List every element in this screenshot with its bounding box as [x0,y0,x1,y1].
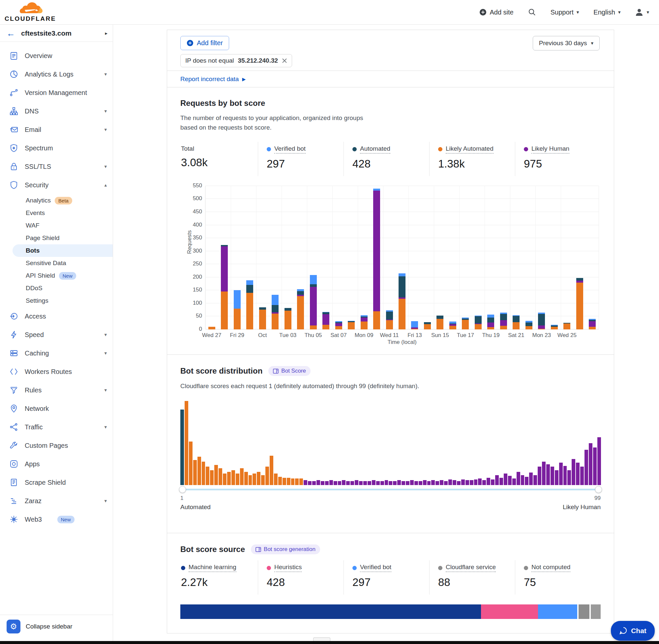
histogram-bar-score-66 [457,481,461,485]
sidebar-item-overview[interactable]: Overview [0,46,113,65]
user-icon [635,8,643,17]
close-icon[interactable] [282,58,287,63]
login-circle-icon [9,312,18,321]
bar-segment-likely-automated [500,326,507,329]
slider-handle-min[interactable] [179,486,186,493]
histogram-bar-score-1 [180,410,184,485]
sidebar-item-spectrum[interactable]: Spectrum [0,139,113,157]
sidebar-item-network[interactable]: Network [0,399,113,418]
sidebar-subitem-analytics[interactable]: AnalyticsBeta [0,194,113,207]
bar-segment-likely-automated [589,327,596,329]
stat-label[interactable]: Verified bot [360,564,391,572]
support-menu[interactable]: Support▾ [550,8,579,16]
sidebar-item-access[interactable]: Access [0,307,113,325]
histogram-bar-score-86 [542,462,546,485]
chat-button[interactable]: Chat [611,621,655,641]
histogram-bar-score-53 [402,481,405,485]
report-strip: Report incorrect data ▶ [167,71,614,87]
histogram-bar-score-5 [197,457,201,485]
back-arrow-icon[interactable]: ← [6,29,15,38]
account-menu[interactable]: ▾ [635,8,649,17]
sidebar-item-rules[interactable]: Rules▾ [0,381,113,399]
sidebar-item-speed[interactable]: Speed▾ [0,325,113,344]
gridline-vertical [485,186,485,329]
stacked-bar [297,289,304,329]
bot-score-generation-badge[interactable]: Bot score generation [251,545,320,554]
gridline-vertical [358,186,358,329]
sidebar-item-dns[interactable]: DNS▾ [0,102,113,120]
stat-label[interactable]: Cloudflare service [446,564,496,572]
slider-handle-max[interactable] [595,486,602,493]
add-site-button[interactable]: Add site [479,8,513,16]
stacked-bar [399,273,405,329]
bot-score-distribution-card: Bot score distribution Bot Score Cloudfl… [167,355,614,533]
sidebar-item-apps[interactable]: Apps [0,455,113,473]
stat-label[interactable]: Likely Automated [446,145,494,154]
sidebar-item-traffic[interactable]: Traffic▾ [0,418,113,436]
sidebar-item-ssl-tls[interactable]: SSL/TLS▾ [0,157,113,176]
stacked-bar [411,321,418,329]
sidebar-item-security[interactable]: Security▴ [0,176,113,194]
collapse-sidebar-button[interactable]: Collapse sidebar [26,623,72,630]
stat-value: 88 [438,576,515,589]
stacked-bar [284,308,291,329]
sidebar-item-version-management[interactable]: Version Management [0,84,113,102]
stat-label[interactable]: Machine learning [189,564,236,572]
sidebar-item-zaraz[interactable]: Zaraz▾ [0,492,113,510]
site-switcher[interactable]: ← cftestsite3.com ▸ [0,25,113,42]
sidebar-item-web3[interactable]: Web3New [0,510,113,529]
stat-label[interactable]: Not computed [532,564,570,572]
sidebar-subitem-waf[interactable]: WAF [0,219,113,232]
stacked-bar [335,321,342,329]
sidebar-item-email[interactable]: Email▾ [0,120,113,139]
sidebar-item-workers-routes[interactable]: Workers Routes [0,362,113,381]
time-range-dropdown[interactable]: Previous 30 days ▾ [533,36,600,50]
report-incorrect-data-link[interactable]: Report incorrect data ▶ [180,75,245,83]
chevron-down-icon: ▾ [104,387,107,393]
bar-segment-verified-bot [246,280,253,285]
stat-label[interactable]: Automated [360,145,390,154]
sidebar-item-label: Analytics & Logs [25,71,98,78]
sidebar-item-custom-pages[interactable]: Custom Pages [0,436,113,455]
sidebar: ← cftestsite3.com ▸ OverviewAnalytics & … [0,25,113,644]
sidebar-subitem-api-shield[interactable]: API ShieldNew [0,270,113,282]
slider-max-caption: Likely Human [563,504,601,511]
stat-label[interactable]: Heuristics [274,564,302,572]
gridline-vertical [459,186,460,329]
sidebar-subitem-ddos[interactable]: DDoS [0,282,113,295]
sidebar-item-scrape-shield[interactable]: Scrape Shield [0,473,113,492]
y-axis-title: Requests [186,230,193,254]
gear-icon[interactable]: ⚙ [6,620,20,634]
bar-segment-verified-bot [411,321,418,327]
filter-chip[interactable]: IP does not equal 35.212.240.32 [180,54,292,67]
book-icon [256,547,261,552]
sidebar-subitem-sensitive-data[interactable]: Sensitive Data [0,257,113,270]
stat-value: 2.27k [181,576,258,589]
bot-score-badge[interactable]: Bot Score [268,366,310,376]
language-menu[interactable]: English▾ [593,8,620,16]
cloudflare-logo[interactable]: CLOUDFLARE [7,2,53,22]
histogram-bar-score-71 [478,479,481,485]
sidebar-item-label: Access [25,313,107,320]
sidebar-subitem-settings[interactable]: Settings [0,295,113,307]
sidebar-subitem-bots[interactable]: Bots [13,244,113,257]
histogram-bar-score-81 [521,475,524,485]
sidebar-item-caching[interactable]: Caching▾ [0,344,113,362]
bar-column: Sat 21 [510,186,522,329]
requests-stats-row: Total3.08kVerified bot297Automated428Lik… [180,142,601,176]
add-filter-button[interactable]: Add filter [180,36,229,50]
search-button[interactable] [528,8,536,16]
stat-verified-bot: Verified bot297 [344,560,429,595]
bar-segment-likely-automated [297,296,304,329]
legend-dot [524,147,528,151]
bar-column [370,186,383,329]
sidebar-subitem-page-shield[interactable]: Page Shield [0,232,113,244]
sidebar-item-analytics-logs[interactable]: Analytics & Logs▾ [0,65,113,84]
sidebar-subitem-events[interactable]: Events [0,207,113,219]
bar-column [421,186,433,329]
legend-dot [267,566,271,570]
slider-track[interactable] [180,489,601,490]
stat-label[interactable]: Likely Human [532,145,569,154]
distribution-card-description: Cloudflare scores each request 1 (defini… [180,381,431,391]
stat-label[interactable]: Verified bot [274,145,306,154]
